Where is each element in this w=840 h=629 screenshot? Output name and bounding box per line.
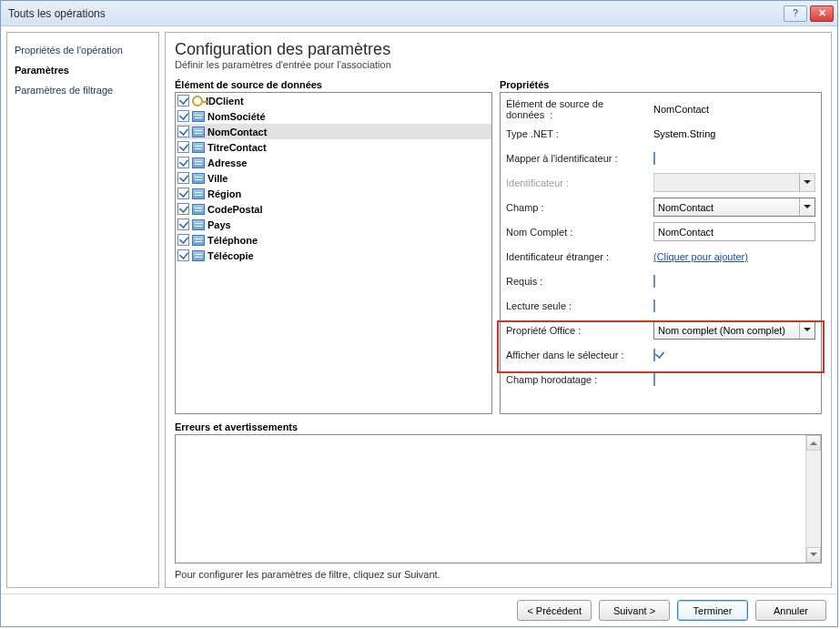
field-icon [192,204,205,215]
prop-fullname-label: Nom Complet : [506,227,650,238]
field-icon [192,219,205,230]
list-item-checkbox[interactable] [177,249,189,261]
prop-identifier-label: Identificateur : [506,178,650,188]
field-icon [192,157,205,168]
scroll-track[interactable] [806,451,821,547]
sidebar-item-filter-parameters[interactable]: Paramètres de filtrage [13,80,153,100]
list-item-label: Télécopie [207,250,254,261]
list-item-checkbox[interactable] [177,141,189,153]
list-item-checkbox[interactable] [177,218,189,230]
dialog-window: Touts les opérations ? ✕ Propriétés de l… [0,0,838,627]
list-item-checkbox[interactable] [177,188,189,199]
help-button[interactable]: ? [784,5,807,22]
list-item-label: Région [207,188,241,199]
prop-type-label: Type .NET : [506,128,650,139]
finish-button[interactable]: Terminer [677,600,748,621]
hint-text: Pour configurer les paramètres de filtre… [175,563,822,582]
prop-office-label: Propriété Office : [506,325,650,336]
window-title: Touts les opérations [8,7,784,20]
columns: Élément de source de données IDClientNom… [175,77,822,414]
prop-type-value: System.String [653,128,815,139]
properties-column: Propriétés Élément de source de données … [500,77,822,414]
list-item[interactable]: Télécopie [176,248,491,263]
list-item[interactable]: NomSociété [176,108,491,124]
dialog-body: Propriétés de l'opération Paramètres Par… [1,26,837,593]
prop-mapid-checkbox[interactable] [653,152,655,165]
list-item-label: TitreContact [207,142,267,153]
errors-box [175,434,822,563]
errors-scrollbar[interactable] [805,435,821,563]
list-item[interactable]: Adresse [176,155,491,170]
list-item[interactable]: Téléphone [176,232,491,248]
back-button[interactable]: < Précédent [517,600,592,621]
titlebar: Touts les opérations ? ✕ [1,1,837,26]
list-item-label: IDClient [206,96,244,107]
datasource-list[interactable]: IDClientNomSociétéNomContactTitreContact… [175,92,492,414]
datasource-column: Élément de source de données IDClientNom… [175,77,492,414]
list-item-checkbox[interactable] [177,126,189,137]
prop-readonly-label: Lecture seule : [506,300,650,311]
list-item-label: NomContact [207,127,267,137]
prop-fullname-input[interactable] [653,222,815,241]
prop-required-label: Requis : [506,276,650,287]
list-item[interactable]: Région [176,186,491,201]
list-item[interactable]: TitreContact [176,139,491,155]
next-button[interactable]: Suivant > [599,600,670,621]
errors-label: Erreurs et avertissements [175,421,822,432]
prop-identifier-select [653,173,815,192]
prop-field-label: Champ : [506,202,650,213]
scroll-up-icon[interactable] [806,435,821,451]
list-item-checkbox[interactable] [177,203,189,215]
prop-showpicker-checkbox[interactable] [653,349,655,361]
prop-mapid-label: Mapper à l'identificateur : [506,153,650,164]
list-item[interactable]: Pays [176,217,491,232]
list-item-label: Téléphone [207,235,258,246]
list-item-checkbox[interactable] [177,157,189,168]
prop-foreignid-label: Identificateur étranger : [506,251,650,262]
prop-readonly-checkbox[interactable] [653,299,655,312]
datasource-label: Élément de source de données [175,77,492,92]
sidebar-item-parameters[interactable]: Paramètres [13,60,153,80]
list-item-checkbox[interactable] [177,110,189,122]
list-item[interactable]: IDClient [176,93,491,108]
prop-element-value: NomContact [653,104,815,115]
window-controls: ? ✕ [784,5,834,22]
prop-field-select[interactable]: NomContact [653,198,815,217]
list-item[interactable]: Ville [176,170,491,186]
field-icon [192,127,205,137]
prop-office-select[interactable]: Nom complet (Nom complet) [653,320,815,340]
field-icon [192,188,205,199]
key-icon [192,96,203,107]
prop-element-label: Élément de source de données : [506,98,650,120]
prop-required-checkbox[interactable] [653,275,655,288]
list-item-checkbox[interactable] [177,234,189,246]
list-item-checkbox[interactable] [177,95,189,107]
list-item-label: Pays [207,219,231,230]
page-title: Configuration des paramètres [175,40,822,59]
field-icon [192,111,205,122]
close-button[interactable]: ✕ [810,5,834,22]
page-subtitle: Définir les paramètres d'entrée pour l'a… [175,59,822,70]
list-item-label: Adresse [207,157,247,168]
list-item-label: CodePostal [207,204,263,215]
field-icon [192,142,205,153]
prop-showpicker-label: Afficher dans le sélecteur : [506,350,650,360]
field-icon [192,173,205,184]
cancel-button[interactable]: Annuler [755,600,826,621]
list-item[interactable]: NomContact [176,124,491,139]
properties-box: Élément de source de données : NomContac… [500,92,822,414]
prop-timestamp-label: Champ horodatage : [506,374,650,385]
field-icon [192,235,205,246]
prop-timestamp-checkbox[interactable] [653,373,655,386]
sidebar: Propriétés de l'opération Paramètres Par… [6,32,159,588]
field-icon [192,250,205,261]
properties-label: Propriétés [500,77,822,92]
main-panel: Configuration des paramètres Définir les… [165,32,832,588]
list-item-checkbox[interactable] [177,172,189,184]
list-item-label: Ville [207,173,228,184]
sidebar-item-operation-properties[interactable]: Propriétés de l'opération [13,40,153,60]
scroll-down-icon[interactable] [806,547,821,563]
list-item-label: NomSociété [207,111,266,122]
list-item[interactable]: CodePostal [176,201,491,217]
prop-foreignid-link[interactable]: (Cliquer pour ajouter) [653,251,748,262]
